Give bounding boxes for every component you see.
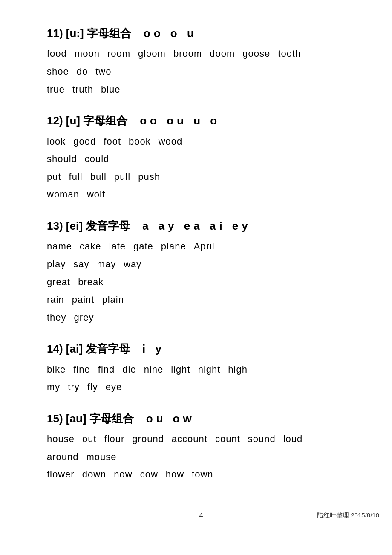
- section-12: 12) [u] 字母组合 oo ou u o lookgoodfootbookw…: [47, 113, 345, 203]
- section-13: 13) [ei] 发音字母 a ay ea ai ey namecakelate…: [47, 218, 345, 326]
- word-line: womanwolf: [47, 186, 345, 203]
- word-line: truetruthblue: [47, 81, 345, 98]
- section-11-phonetic: [u:]: [66, 27, 84, 40]
- word-line: bikefinefinddieninelightnighthigh: [47, 361, 345, 378]
- section-14-title: 14) [ai] 发音字母 i y: [47, 341, 345, 356]
- word-line: houseoutflourgroundaccountcountsoundloud: [47, 431, 345, 448]
- section-11-label: 字母组合: [87, 27, 131, 40]
- word-line: namecakelategateplaneApril: [47, 238, 345, 255]
- word-line: playsaymayway: [47, 256, 345, 273]
- page: 11) [u:] 字母组合 oo o u foodmoonroomgloombr…: [0, 0, 392, 532]
- section-14-phonetic: [ai]: [66, 342, 83, 355]
- page-number: 4: [0, 512, 317, 520]
- word-line: mytryflyeye: [47, 379, 345, 396]
- section-12-number: 12): [47, 114, 63, 127]
- section-15-phonetic: [au]: [66, 412, 86, 425]
- word-line: shoedotwo: [47, 63, 345, 80]
- section-14-letters: i y: [142, 342, 165, 355]
- section-11-title: 11) [u:] 字母组合 oo o u: [47, 26, 345, 41]
- word-line: theygrey: [47, 309, 345, 326]
- section-13-title: 13) [ei] 发音字母 a ay ea ai ey: [47, 218, 345, 234]
- word-line: shouldcould: [47, 150, 345, 168]
- word-line: rainpaintplain: [47, 291, 345, 308]
- section-11: 11) [u:] 字母组合 oo o u foodmoonroomgloombr…: [47, 26, 345, 98]
- section-11-letters: oo o u: [144, 27, 197, 40]
- word-line: flowerdownnowcowhowtown: [47, 466, 345, 483]
- word-line: aroundmouse: [47, 448, 345, 465]
- section-15-title: 15) [au] 字母组合 ou ow: [47, 411, 345, 426]
- word-line: greatbreak: [47, 274, 345, 291]
- section-12-title: 12) [u] 字母组合 oo ou u o: [47, 113, 345, 128]
- section-15: 15) [au] 字母组合 ou ow houseoutflourgrounda…: [47, 411, 345, 483]
- section-13-letters: a ay ea ai ey: [142, 220, 251, 232]
- section-15-number: 15): [47, 412, 63, 425]
- section-12-phonetic: [u]: [66, 114, 80, 127]
- section-12-label: 字母组合: [83, 114, 127, 127]
- word-line: foodmoonroomgloombroomdoomgoosetooth: [47, 45, 345, 62]
- word-line: lookgoodfootbookwood: [47, 133, 345, 150]
- author-info: 陆红叶整理 2015/8/10: [317, 512, 392, 520]
- section-14-label: 发音字母: [86, 342, 130, 355]
- section-14: 14) [ai] 发音字母 i y bikefinefinddieninelig…: [47, 341, 345, 396]
- section-15-label: 字母组合: [89, 412, 134, 425]
- section-14-number: 14): [47, 342, 63, 355]
- section-12-letters: oo ou u o: [140, 114, 220, 127]
- section-15-letters: ou ow: [146, 412, 195, 425]
- page-footer: 4 陆红叶整理 2015/8/10: [0, 512, 392, 520]
- section-13-number: 13): [47, 220, 63, 232]
- section-13-label: 发音字母: [86, 220, 130, 232]
- section-11-number: 11): [47, 27, 63, 40]
- word-line: putfullbullpullpush: [47, 168, 345, 185]
- section-13-phonetic: [ei]: [66, 220, 83, 232]
